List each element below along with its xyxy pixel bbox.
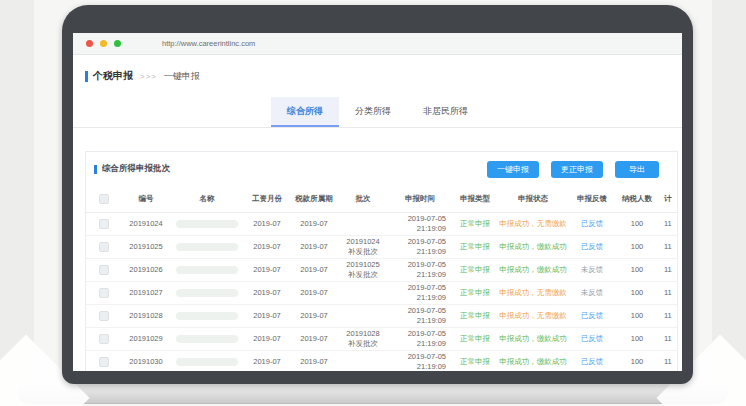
cell-name-redacted (170, 350, 244, 371)
cell-feedback: 已反馈 (568, 235, 616, 258)
cell-declare-type: 正常申报 (452, 304, 498, 327)
tab-classified-income[interactable]: 分类所得 (339, 97, 407, 127)
cell-feedback: 已反馈 (568, 350, 616, 371)
cell-declare-time: 2019-07-0521:19:09 (388, 212, 452, 235)
breadcrumb: 个税申报 >>> 一键申报 (73, 55, 682, 83)
cell-taxpayer-count: 100 (616, 258, 658, 281)
table-header-row: 编号 名称 工资月份 税款所属期 批次 申报时间 申报类型 申报状态 申报反馈 … (86, 186, 677, 212)
col-feedback: 申报反馈 (568, 186, 616, 212)
cell-taxpayer-count: 100 (616, 235, 658, 258)
breadcrumb-accent-bar (85, 71, 88, 82)
cell-name-redacted (170, 258, 244, 281)
cell-salary-month: 2019-07 (244, 350, 290, 371)
correction-declare-button[interactable]: 更正申报 (551, 161, 603, 178)
cell-id: 20191030 (122, 350, 170, 371)
col-declare-time: 申报时间 (388, 186, 452, 212)
table-row: 20191029 2019-07 2019-07 20191028补发批次 20… (86, 327, 677, 350)
cell-salary-month: 2019-07 (244, 235, 290, 258)
cell-salary-month: 2019-07 (244, 212, 290, 235)
row-checkbox[interactable] (99, 242, 109, 252)
cell-declare-status: 申报成功，缴款成功 (498, 258, 568, 281)
zoom-window-icon[interactable] (114, 40, 121, 47)
declaration-batch-panel: 综合所得申报批次 一键申报 更正申报 导出 (85, 151, 678, 371)
table-row: 20191024 2019-07 2019-07 2019-07-0521:19… (86, 212, 677, 235)
cell-declare-status: 申报成功，无需缴款 (498, 212, 568, 235)
name-placeholder-pill (176, 312, 238, 320)
cell-feedback: 已反馈 (568, 212, 616, 235)
cell-declare-status: 申报成功，无需缴款 (498, 304, 568, 327)
table-row: 20191027 2019-07 2019-07 2019-07-0521:19… (86, 281, 677, 304)
cell-salary-month: 2019-07 (244, 281, 290, 304)
cell-truncated: 11 (658, 258, 677, 281)
laptop-base (18, 384, 728, 403)
cell-id: 20191027 (122, 281, 170, 304)
batch-table-viewport: 编号 名称 工资月份 税款所属期 批次 申报时间 申报类型 申报状态 申报反馈 … (86, 186, 677, 371)
cell-tax-period: 2019-07 (290, 350, 338, 371)
cell-tax-period: 2019-07 (290, 235, 338, 258)
name-placeholder-pill (176, 358, 238, 366)
cell-declare-time: 2019-07-0521:19:09 (388, 258, 452, 281)
cell-truncated: 11 (658, 304, 677, 327)
col-truncated: 计 (658, 186, 677, 212)
cell-feedback: 未反馈 (568, 281, 616, 304)
row-checkbox[interactable] (99, 311, 109, 321)
cell-tax-period: 2019-07 (290, 212, 338, 235)
cell-declare-type: 正常申报 (452, 350, 498, 371)
close-window-icon[interactable] (86, 40, 93, 47)
cell-declare-type: 正常申报 (452, 235, 498, 258)
row-checkbox[interactable] (99, 334, 109, 344)
cell-batch: 20191028补发批次 (338, 327, 388, 350)
cell-salary-month: 2019-07 (244, 304, 290, 327)
tab-nonresident-income[interactable]: 非居民所得 (407, 97, 484, 127)
cell-truncated: 11 (658, 327, 677, 350)
cell-taxpayer-count: 100 (616, 304, 658, 327)
name-placeholder-pill (176, 266, 238, 274)
name-placeholder-pill (176, 335, 238, 343)
cell-declare-type: 正常申报 (452, 327, 498, 350)
cell-truncated: 11 (658, 212, 677, 235)
col-id: 编号 (122, 186, 170, 212)
cell-feedback: 已反馈 (568, 304, 616, 327)
cell-taxpayer-count: 100 (616, 327, 658, 350)
cell-name-redacted (170, 304, 244, 327)
cell-tax-period: 2019-07 (290, 258, 338, 281)
cell-truncated: 11 (658, 281, 677, 304)
cell-truncated: 11 (658, 235, 677, 258)
export-button[interactable]: 导出 (615, 161, 659, 178)
laptop-screen-frame: http://www.careerintlinc.com 个税申报 >>> 一键… (62, 5, 693, 384)
table-row: 20191030 2019-07 2019-07 2019-07-0521:19… (86, 350, 677, 371)
browser-chrome-bar: http://www.careerintlinc.com (73, 33, 682, 55)
panel-header: 综合所得申报批次 一键申报 更正申报 导出 (86, 152, 677, 186)
one-click-declare-button[interactable]: 一键申报 (487, 161, 539, 178)
row-checkbox[interactable] (99, 265, 109, 275)
cell-declare-time: 2019-07-0521:19:09 (388, 235, 452, 258)
browser-window: http://www.careerintlinc.com 个税申报 >>> 一键… (73, 33, 682, 371)
cell-declare-type: 正常申报 (452, 281, 498, 304)
cell-id: 20191026 (122, 258, 170, 281)
breadcrumb-page: 一键申报 (164, 70, 200, 83)
cell-tax-period: 2019-07 (290, 281, 338, 304)
cell-declare-time: 2019-07-0521:19:09 (388, 304, 452, 327)
cell-salary-month: 2019-07 (244, 327, 290, 350)
minimize-window-icon[interactable] (100, 40, 107, 47)
table-row: 20191028 2019-07 2019-07 2019-07-0521:19… (86, 304, 677, 327)
cell-declare-status: 申报成功，缴款成功 (498, 327, 568, 350)
row-checkbox[interactable] (99, 288, 109, 298)
cell-truncated: 11 (658, 350, 677, 371)
cell-tax-period: 2019-07 (290, 327, 338, 350)
breadcrumb-section: 个税申报 (93, 69, 133, 83)
income-type-tabs: 综合所得 分类所得 非居民所得 (73, 97, 682, 128)
select-all-checkbox[interactable] (99, 194, 109, 204)
row-checkbox[interactable] (99, 357, 109, 367)
cell-declare-status: 申报成功，缴款成功 (498, 350, 568, 371)
cell-batch: 20191024补发批次 (338, 235, 388, 258)
cell-declare-status: 申报成功，无需缴款 (498, 281, 568, 304)
tab-comprehensive-income[interactable]: 综合所得 (271, 97, 339, 127)
batch-table: 编号 名称 工资月份 税款所属期 批次 申报时间 申报类型 申报状态 申报反馈 … (86, 186, 677, 371)
address-bar-url: http://www.careerintlinc.com (162, 39, 255, 48)
cell-id: 20191028 (122, 304, 170, 327)
row-checkbox[interactable] (99, 219, 109, 229)
col-declare-status: 申报状态 (498, 186, 568, 212)
cell-declare-time: 2019-07-0521:19:09 (388, 350, 452, 371)
cell-batch: 20191025补发批次 (338, 258, 388, 281)
